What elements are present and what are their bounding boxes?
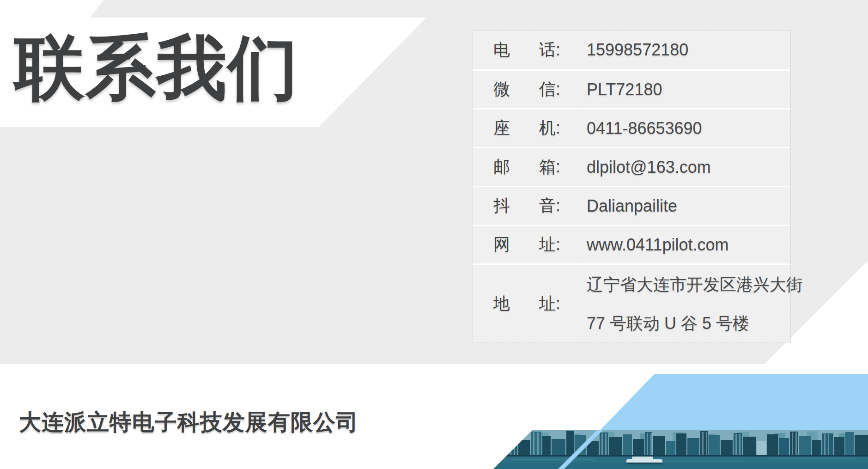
skyline-graphic (493, 430, 868, 469)
row-label: 微 信: (473, 71, 579, 108)
table-row-address: 地 址: 辽宁省大连市开发区港兴大街 77 号联动 U 谷 5 号楼 (473, 263, 790, 343)
blue-parallelogram-band (601, 374, 868, 430)
label-char: 邮 (493, 156, 510, 178)
address-line-2: 77 号联动 U 谷 5 号楼 (587, 304, 749, 343)
label-char: 址: (539, 233, 560, 256)
website-value: www.0411pilot.com (579, 226, 790, 263)
table-row-landline: 座 机: 0411-86653690 (473, 108, 790, 147)
label-char: 机: (539, 117, 560, 140)
address-line-1: 辽宁省大连市开发区港兴大街 (587, 265, 803, 304)
contact-table: 电 话: 15998572180 微 信: PLT72180 座 机: (473, 30, 791, 342)
douyin-value: Dalianpailite (579, 187, 790, 225)
row-label: 抖 音: (473, 187, 579, 225)
label-char: 箱: (539, 156, 560, 178)
table-row-wechat: 微 信: PLT72180 (473, 69, 790, 108)
table-row-phone: 电 话: 15998572180 (473, 30, 790, 69)
slide-canvas: 联系我们 电 话: 15998572180 微 信: PLT72180 (0, 0, 868, 469)
table-row-email: 邮 箱: dlpilot@163.com (473, 147, 790, 186)
label-char: 网 (493, 233, 510, 256)
label-char: 话: (539, 39, 560, 61)
row-label: 邮 箱: (473, 148, 579, 186)
label-char: 信: (539, 78, 560, 101)
row-label: 网 址: (473, 226, 579, 263)
table-row-douyin: 抖 音: Dalianpailite (473, 186, 790, 225)
phone-value: 15998572180 (579, 30, 790, 69)
row-label: 地 址: (473, 265, 579, 343)
landline-value: 0411-86653690 (579, 110, 790, 147)
label-char: 座 (493, 117, 510, 140)
table-row-website: 网 址: www.0411pilot.com (473, 225, 790, 263)
label-char: 电 (493, 39, 510, 61)
page-title: 联系我们 (14, 32, 299, 103)
row-label: 座 机: (473, 110, 579, 147)
label-char: 址: (539, 292, 560, 315)
label-char: 地 (493, 292, 510, 315)
email-value: dlpilot@163.com (579, 148, 790, 186)
row-label: 电 话: (473, 30, 579, 69)
wechat-value: PLT72180 (579, 71, 790, 108)
city-skyline-photo (493, 430, 868, 469)
label-char: 微 (493, 78, 510, 101)
address-value: 辽宁省大连市开发区港兴大街 77 号联动 U 谷 5 号楼 (579, 265, 803, 343)
company-name: 大连派立特电子科技发展有限公司 (19, 408, 358, 437)
label-char: 抖 (493, 195, 510, 217)
label-char: 音: (539, 195, 560, 217)
